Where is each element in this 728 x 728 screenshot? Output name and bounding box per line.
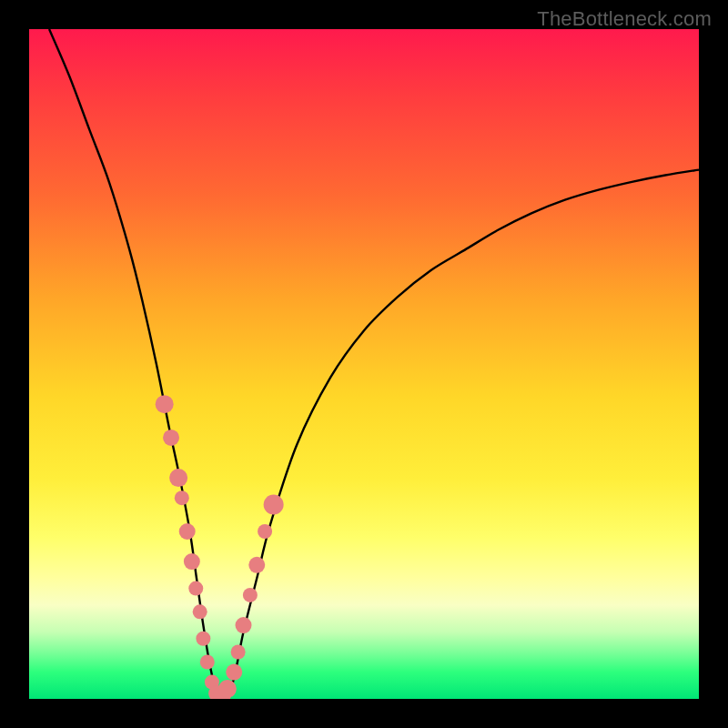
highlight-dot <box>156 395 174 413</box>
highlight-dot <box>243 588 258 602</box>
bottleneck-curve <box>49 29 699 699</box>
highlight-dot <box>169 469 187 487</box>
highlight-dot <box>179 523 196 540</box>
highlight-dot <box>184 553 200 570</box>
chart-plot-area <box>29 29 699 699</box>
highlight-dot <box>236 617 252 633</box>
highlight-dot <box>218 680 237 698</box>
highlight-dot <box>264 495 284 515</box>
highlight-dot <box>258 524 272 539</box>
chart-overlay-svg <box>29 29 699 699</box>
highlight-dot <box>193 604 207 619</box>
chart-frame: TheBottleneck.com <box>0 0 728 728</box>
highlight-dot <box>175 490 189 505</box>
highlight-dot <box>226 664 242 681</box>
highlight-dot <box>196 632 210 646</box>
highlight-dot <box>231 644 246 659</box>
highlight-dot <box>200 655 215 670</box>
highlight-dot <box>188 581 203 596</box>
watermark-text: TheBottleneck.com <box>537 7 712 31</box>
highlight-dot <box>248 557 265 573</box>
highlight-dot <box>163 430 179 446</box>
